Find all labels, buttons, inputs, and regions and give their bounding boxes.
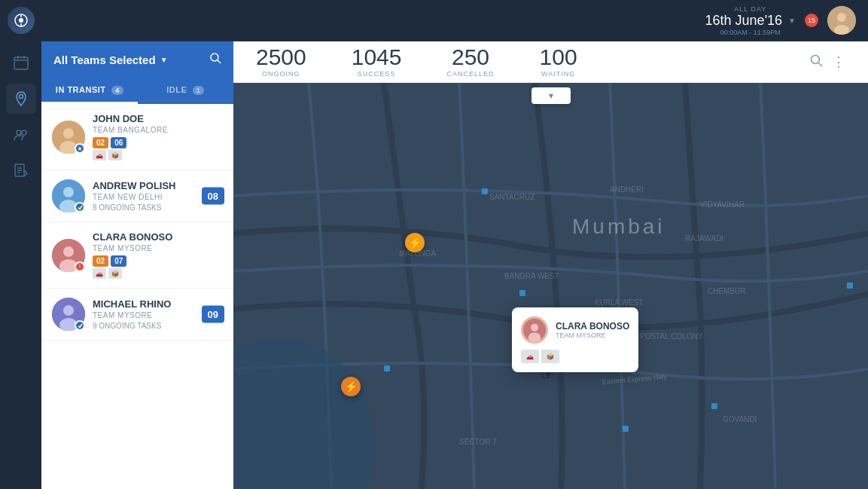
sidebar-item-teams[interactable]	[6, 120, 36, 150]
agent-team-john: TEAM BANGALORE	[93, 126, 223, 134]
agent-tasks-michael: 9 ONGOING TASKS	[93, 322, 223, 330]
svg-point-1	[19, 18, 23, 23]
popup-name: CLARA BONOSO	[556, 321, 629, 332]
tab-idle-label: IDLE	[166, 85, 187, 94]
mini-icon-car2: 🚗	[93, 268, 106, 279]
svg-text:SANTACRUZ: SANTACRUZ	[489, 193, 535, 201]
notification-badge[interactable]: 15	[805, 14, 818, 27]
svg-point-11	[19, 95, 23, 99]
stat-success: 1045 SUCCESS	[352, 46, 402, 78]
agent-avatar-michael	[52, 298, 85, 331]
map-marker-lightning-2[interactable]: ⚡	[341, 377, 361, 396]
svg-point-12	[17, 130, 21, 135]
popup-mini-icon-2: 📦	[541, 350, 559, 363]
map-collapse-button[interactable]: ▾	[531, 87, 571, 104]
agent-badges-clara: 02 07	[93, 255, 223, 267]
svg-text:BANDRA WEST: BANDRA WEST	[504, 272, 559, 280]
stat-cancelled-number: 250	[447, 46, 495, 69]
avatar-status-john	[75, 143, 85, 154]
stat-waiting-number: 100	[540, 46, 577, 69]
svg-text:RAJAWADI: RAJAWADI	[685, 234, 723, 243]
left-panel: All Teams Selected ▼ IN TRANSIT 4 IDLE 1	[41, 41, 233, 489]
tab-idle[interactable]: IDLE 1	[138, 78, 234, 104]
svg-point-59	[531, 324, 538, 332]
agent-icons-clara: 🚗 📦	[93, 268, 223, 279]
agent-name-clara: CLARA BONOSO	[93, 231, 223, 243]
mini-icon-box2: 📦	[108, 268, 122, 279]
svg-text:VIDYAVIHAR: VIDYAVIHAR	[700, 200, 745, 209]
top-nav: ALL DAY 16th June'16 ▼ 00:00AM - 11:59PM…	[0, 0, 868, 41]
stat-cancelled-label: CANCELLED	[447, 70, 495, 78]
sidebar-item-map[interactable]	[6, 84, 36, 114]
badge-john-1: 02	[93, 137, 108, 148]
svg-line-33	[819, 63, 823, 66]
agent-item-john[interactable]: JOHN DOE TEAM BANGALORE 02 06 🚗 📦	[41, 104, 233, 170]
stat-cancelled: 250 CANCELLED	[447, 46, 495, 78]
svg-text:Mumbai: Mumbai	[572, 215, 665, 238]
user-avatar[interactable]	[827, 6, 856, 35]
tab-in-transit[interactable]: IN TRANSIT 4	[41, 78, 138, 104]
agent-list: JOHN DOE TEAM BANGALORE 02 06 🚗 📦	[41, 104, 233, 489]
agent-name-john: JOHN DOE	[93, 113, 223, 124]
mini-icon-car: 🚗	[93, 150, 106, 160]
date-area: ALL DAY 16th June'16 ▼ 00:00AM - 11:59PM	[705, 5, 796, 36]
agent-item-michael[interactable]: MICHAEL RHINO TEAM MYSORE 9 ONGOING TASK…	[41, 289, 233, 341]
badge-john-2: 06	[111, 137, 126, 148]
agent-item-clara[interactable]: ! CLARA BONOSO TEAM MYSORE 02 07 🚗 📦	[41, 222, 233, 289]
search-button[interactable]	[809, 53, 823, 71]
svg-line-19	[218, 60, 221, 63]
date-value: 16th June'16	[705, 13, 783, 29]
svg-rect-7	[14, 57, 28, 69]
svg-text:ANDHERI: ANDHERI	[610, 185, 644, 194]
tabs-bar: IN TRANSIT 4 IDLE 1	[41, 78, 233, 104]
agent-info-clara: CLARA BONOSO TEAM MYSORE 02 07 🚗 📦	[93, 231, 223, 279]
popup-header: CLARA BONOSO TEAM MYSORE	[521, 316, 629, 344]
mini-icon-box: 📦	[108, 150, 122, 160]
sidebar-item-calendar[interactable]	[6, 47, 36, 78]
svg-rect-54	[384, 365, 390, 371]
agent-icons-john: 🚗 📦	[93, 150, 223, 160]
stat-ongoing-number: 2500	[256, 46, 306, 69]
panel-title-text: All Teams Selected	[53, 53, 156, 66]
stat-success-label: SUCCESS	[352, 70, 402, 78]
svg-point-60	[528, 332, 541, 342]
more-options-button[interactable]: ⋮	[832, 53, 845, 70]
svg-rect-53	[623, 426, 629, 432]
svg-point-5	[837, 13, 846, 22]
app-logo[interactable]	[8, 7, 35, 34]
tab-in-transit-label: IN TRANSIT	[56, 85, 106, 94]
svg-point-27	[63, 246, 74, 257]
chevron-down-icon[interactable]: ▼	[160, 56, 168, 64]
avatar-status-michael	[75, 320, 85, 331]
agent-item-andrew[interactable]: ANDREW POLISH TEAM NEW DELHI 8 ONGOING T…	[41, 170, 233, 222]
agent-tasks-andrew: 8 ONGOING TASKS	[93, 203, 223, 212]
sidebar-item-reports[interactable]	[6, 156, 36, 186]
logo-area	[0, 0, 41, 41]
svg-point-24	[63, 187, 74, 197]
stat-ongoing-label: ONGOING	[256, 70, 306, 78]
stat-waiting-label: WAITING	[540, 70, 577, 78]
stat-success-number: 1045	[352, 46, 402, 69]
agent-team-clara: TEAM MYSORE	[93, 244, 223, 252]
popup-info: CLARA BONOSO TEAM MYSORE	[556, 321, 629, 339]
svg-text:KURLA WEST: KURLA WEST	[595, 298, 643, 307]
stats-actions: ⋮	[809, 53, 845, 71]
tab-in-transit-count: 4	[111, 86, 123, 95]
date-arrow[interactable]: ▼	[788, 17, 796, 25]
search-icon[interactable]	[209, 52, 221, 67]
badge-count-michael: 09	[202, 306, 224, 323]
agent-info-john: JOHN DOE TEAM BANGALORE 02 06 🚗 📦	[93, 113, 223, 160]
popup-badges: 🚗 📦	[521, 350, 629, 363]
agent-avatar-clara: !	[52, 239, 85, 272]
svg-point-30	[63, 305, 74, 316]
map-area[interactable]: Mumbai SANTACRUZ ANDHERI VIDYAVIHAR RAJA…	[233, 83, 868, 489]
svg-rect-52	[847, 283, 853, 289]
avatar-status-andrew	[75, 202, 85, 212]
map-marker-lightning-1[interactable]: ⚡	[405, 233, 425, 252]
panel-title: All Teams Selected ▼	[53, 53, 168, 66]
popup-team: TEAM MYSORE	[556, 332, 629, 339]
map-popup: CLARA BONOSO TEAM MYSORE 🚗 📦	[512, 307, 638, 372]
agent-avatar-andrew	[52, 179, 85, 212]
map-svg: Mumbai SANTACRUZ ANDHERI VIDYAVIHAR RAJA…	[233, 83, 868, 489]
svg-text:CHEMBUR: CHEMBUR	[708, 287, 746, 295]
